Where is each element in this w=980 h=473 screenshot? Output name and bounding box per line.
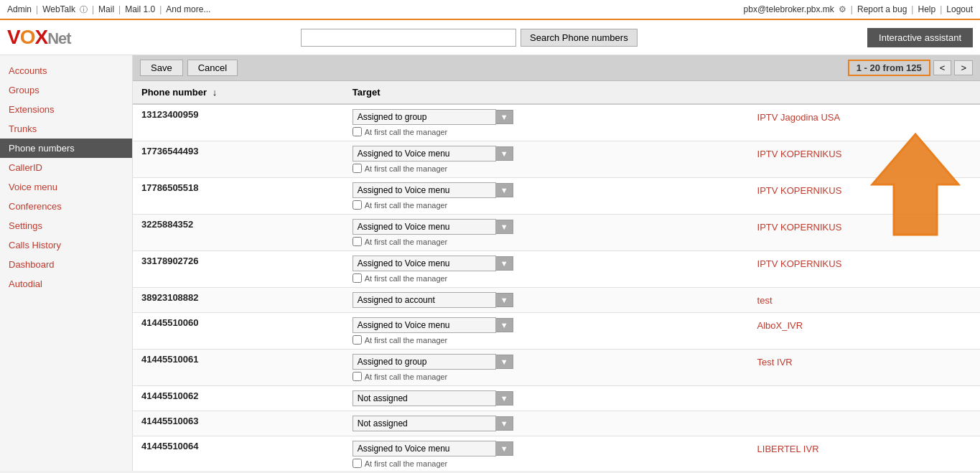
assignment-dropdown[interactable]: Not assigned [353,390,496,406]
first-call-label: At first call the manager [365,164,448,173]
nav-mail10[interactable]: Mail 1.0 [125,4,155,14]
target-link-cell: IPTV KOPERNIKUS [749,251,980,288]
divider4: | [159,4,162,14]
first-call-checkbox-input[interactable] [353,164,362,173]
sidebar-item-extensions[interactable]: Extensions [0,100,132,119]
assignment-dropdown-arrow[interactable]: ▼ [496,391,513,406]
assignment-dropdown-arrow[interactable]: ▼ [496,416,513,431]
assignment-dropdown[interactable]: Assigned to Voice menu [353,317,496,333]
interactive-assistant-btn[interactable]: Interactive assistant [867,28,973,47]
sidebar-item-accounts[interactable]: Accounts [0,61,132,80]
save-button[interactable]: Save [140,60,183,76]
target-link-cell: IPTV KOPERNIKUS [749,215,980,251]
phone-number-cell: 13123400959 [133,104,344,141]
assignment-cell: Not assigned ▼ [344,411,749,436]
table-row: 41445510060 Assigned to Voice menu ▼ At … [133,313,980,350]
assignment-dropdown[interactable]: Assigned to group [353,354,496,370]
table-row: 17786505518 Assigned to Voice menu ▼ At … [133,178,980,215]
sidebar-item-dashboard[interactable]: Dashboard [0,255,132,274]
assignment-dropdown-arrow[interactable]: ▼ [496,110,513,124]
pagination-next[interactable]: > [954,60,973,75]
table-row: 13123400959 Assigned to group ▼ At first… [133,104,980,141]
cancel-button[interactable]: Cancel [187,60,238,76]
target-link[interactable]: IPTV KOPERNIKUS [757,256,971,269]
target-link[interactable]: LIBERTEL IVR [757,441,971,454]
first-call-checkbox-input[interactable] [353,335,362,345]
assignment-dropdown-arrow[interactable]: ▼ [496,355,513,369]
phone-number-cell: 41445510062 [133,386,344,411]
target-cell: Assigned to group ▼ At first call the ma… [353,109,740,136]
assignment-dropdown[interactable]: Assigned to account [353,292,496,308]
nav-admin[interactable]: Admin [7,4,32,14]
target-cell: Assigned to group ▼ At first call the ma… [353,354,740,381]
target-link[interactable]: Test IVR [757,354,971,367]
sidebar-item-trunks[interactable]: Trunks [0,119,132,139]
first-call-checkbox-input[interactable] [353,273,362,283]
nav-help[interactable]: Help [918,4,935,14]
assignment-dropdown-arrow[interactable]: ▼ [496,183,513,197]
phone-number: 41445510064 [141,435,199,451]
sidebar-item-conferences[interactable]: Conferences [0,197,132,216]
assignment-dropdown-arrow[interactable]: ▼ [496,256,513,271]
assignment-dropdown-arrow[interactable]: ▼ [496,146,513,161]
phone-number: 17786505518 [141,177,199,193]
sidebar-item-groups[interactable]: Groups [0,80,132,100]
top-nav: Admin | WebTalk ⓘ | Mail | Mail 1.0 | An… [0,0,980,20]
pagination-prev[interactable]: < [933,60,952,75]
search-input[interactable] [301,29,516,47]
target-select: Not assigned ▼ [353,390,740,406]
nav-more[interactable]: And more... [166,4,210,14]
table-row: 3225884352 Assigned to Voice menu ▼ At f… [133,215,980,251]
assignment-cell: Assigned to Voice menu ▼ At first call t… [344,215,749,251]
nav-webtalk[interactable]: WebTalk [42,4,75,14]
sidebar-item-voice-menu[interactable]: Voice menu [0,177,132,197]
assignment-dropdown-arrow[interactable]: ▼ [496,220,513,234]
phone-number-cell: 33178902726 [133,251,344,288]
assignment-dropdown[interactable]: Assigned to Voice menu [353,182,496,198]
nav-mail[interactable]: Mail [98,4,114,14]
nav-report-bug[interactable]: Report a bug [857,4,907,14]
webtalk-help-icon: ⓘ [80,4,88,15]
nav-logout[interactable]: Logout [946,4,973,14]
assignment-dropdown[interactable]: Not assigned [353,416,496,431]
target-link[interactable]: IPTV KOPERNIKUS [757,219,971,233]
col-link [749,81,980,104]
first-call-checkbox: At first call the manager [353,127,740,136]
target-link[interactable]: IPTV Jagodina USA [757,109,971,123]
sidebar-item-autodial[interactable]: Autodial [0,274,132,294]
assignment-dropdown-arrow[interactable]: ▼ [496,441,513,456]
assignment-dropdown[interactable]: Assigned to Voice menu [353,146,496,161]
user-email[interactable]: pbx@telebroker.pbx.mk [744,4,834,14]
sidebar-item-phone-numbers[interactable]: Phone numbers [0,139,132,158]
phone-number: 41445510061 [141,348,199,365]
sidebar-item-calls-history[interactable]: Calls History [0,235,132,255]
assignment-dropdown-arrow[interactable]: ▼ [496,318,513,332]
first-call-checkbox-input[interactable] [353,372,362,381]
first-call-checkbox: At first call the manager [353,459,740,468]
target-select: Assigned to account ▼ [353,292,740,308]
first-call-checkbox-input[interactable] [353,459,362,468]
first-call-checkbox-input[interactable] [353,127,362,136]
sidebar-item-settings[interactable]: Settings [0,216,132,235]
sidebar-item-callerid[interactable]: CallerID [0,158,132,177]
target-link[interactable]: AlboX_IVR [757,317,971,331]
assignment-dropdown[interactable]: Assigned to Voice menu [353,441,496,456]
target-link[interactable]: test [757,292,971,306]
search-button[interactable]: Search Phone numbers [521,29,638,47]
col-phone-number: Phone number ↓ [133,81,344,104]
toolbar: Save Cancel 1 - 20 from 125 < > [133,55,980,81]
phone-number: 41445510063 [141,410,199,426]
assignment-dropdown-arrow[interactable]: ▼ [496,293,513,307]
assignment-dropdown[interactable]: Assigned to group [353,109,496,125]
target-select: Assigned to group ▼ [353,354,740,370]
phone-number-cell: 41445510061 [133,350,344,386]
first-call-checkbox-input[interactable] [353,200,362,210]
phone-number: 17736544493 [141,140,199,156]
assignment-cell: Assigned to group ▼ At first call the ma… [344,350,749,386]
assignment-dropdown[interactable]: Assigned to Voice menu [353,256,496,271]
main-layout: Accounts Groups Extensions Trunks Phone … [0,55,980,471]
target-link[interactable]: IPTV KOPERNIKUS [757,146,971,159]
assignment-dropdown[interactable]: Assigned to Voice menu [353,219,496,235]
target-link[interactable]: IPTV KOPERNIKUS [757,182,971,196]
first-call-checkbox-input[interactable] [353,237,362,246]
